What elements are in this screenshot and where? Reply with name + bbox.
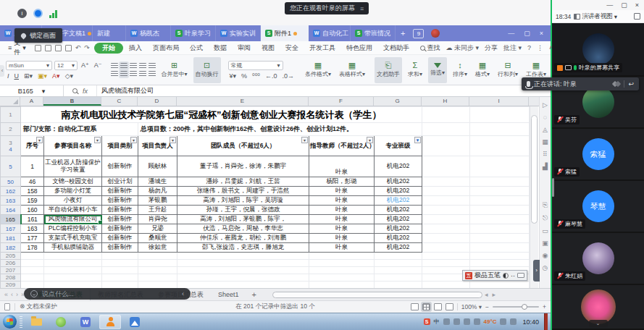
tray-ime-icon[interactable]: 中 [434, 318, 440, 326]
close-button[interactable]: × [540, 30, 543, 37]
filter-dropdown-icon[interactable]: ▾ [367, 137, 373, 143]
row-header[interactable]: 5 [1, 156, 21, 177]
taskbar-contacts-button[interactable] [99, 315, 121, 329]
row-header[interactable]: 163 [1, 196, 21, 206]
fx-icon[interactable]: fx [83, 88, 88, 95]
ime-toolbar[interactable]: 五 极品五笔 ·· [462, 270, 527, 281]
comma-style-icon[interactable]: ⁰⁰⁰ [251, 72, 262, 80]
align-center-icon[interactable] [120, 71, 127, 77]
cell-category[interactable]: 创新制作 [102, 156, 138, 177]
help-icon[interactable]: ? [527, 44, 531, 51]
row-header[interactable]: 50 [1, 177, 21, 187]
cell-teacher[interactable]: 叶泉 [309, 234, 375, 243]
sort-button[interactable]: ↕排序▾ [451, 57, 469, 83]
doc-tab[interactable]: W杨凯杰 [126, 25, 171, 41]
row-header[interactable]: 164 [1, 206, 21, 215]
record-tool-icon[interactable]: ◉ [543, 252, 548, 259]
tray-icon[interactable] [453, 318, 460, 325]
font-color-icon[interactable]: A▾ [51, 72, 62, 80]
minimize-button[interactable]: — [606, 1, 613, 9]
merge-center-button[interactable]: ⊞ 合并居中▾ [159, 57, 190, 83]
cell-no[interactable]: 177 [21, 234, 44, 243]
cell-members[interactable]: 高涛，刘旭阳，茅银鹏，陈宇， [177, 215, 309, 224]
cell-teacher[interactable]: 杨阳，彭璐 [309, 177, 375, 187]
comment-button[interactable]: 批注 ▾ [503, 43, 522, 53]
cell-no[interactable]: 46 [21, 177, 44, 187]
prev-sheet-icon[interactable]: ‹ [11, 291, 13, 298]
share-button[interactable]: 分享 [485, 43, 498, 53]
cell-leader[interactable]: 杨勿凡 [138, 187, 177, 196]
zoom-out-button[interactable]: − [485, 303, 489, 310]
col-header-f[interactable]: F [309, 97, 374, 106]
taskbar-browser-button[interactable] [50, 315, 72, 329]
filter-dropdown-icon[interactable]: ▾ [130, 137, 137, 143]
frame-tool-icon[interactable]: ▭ [542, 227, 548, 234]
sync-status[interactable]: ☁ 未同步 ▾ [446, 43, 479, 53]
filter-dropdown-icon[interactable]: ▾ [94, 137, 101, 143]
horizontal-scrollbar[interactable] [272, 292, 482, 298]
format-button[interactable]: ▦格式▾ [473, 57, 492, 83]
minimize-button[interactable]: — [508, 30, 514, 37]
ribbon-collapse-handle[interactable]: ‹ [0, 65, 4, 77]
reply-icon[interactable]: ↩ [628, 80, 634, 88]
warn-tool-icon[interactable]: ◬ [543, 126, 548, 133]
menu-tab-data[interactable]: 数据 [209, 43, 232, 54]
cell-project[interactable]: 多功能小灯笼 [44, 187, 102, 196]
cell-class[interactable]: 机电202 [375, 215, 422, 224]
cell-leader[interactable]: 顾献林 [138, 156, 177, 177]
more-icon[interactable]: ⋮ [537, 44, 543, 51]
cell-class[interactable]: 机电202 [375, 234, 422, 243]
tab-count-badge[interactable]: 9 [413, 29, 424, 38]
sheet-title-cell[interactable]: 南京机电职业技术学院第七届“冠盛杯”创新创意创业大赛报名统计表（学生） [21, 107, 422, 123]
menu-tab-developer[interactable]: 开发工具 [304, 43, 340, 54]
new-tab-button[interactable]: + [396, 25, 410, 41]
save-icon[interactable] [35, 45, 41, 51]
percent-icon[interactable]: % [240, 72, 248, 80]
cell-members[interactable]: 孙瑾，王宇，倪晨，张德政 [177, 206, 309, 215]
align-bottom-icon[interactable] [130, 63, 137, 69]
emoji-icon[interactable] [30, 290, 38, 297]
rows-cols-button[interactable]: ⊟行和列▾ [495, 57, 520, 83]
row-header[interactable]: 206 [1, 260, 21, 267]
clipboard-tool-icon[interactable]: ⎘ [543, 201, 548, 209]
row-header[interactable]: 182 [1, 243, 21, 253]
cell-teacher[interactable]: 叶泉 [309, 196, 375, 206]
history-tool-icon[interactable]: ◷ [543, 264, 548, 271]
align-right-icon[interactable] [130, 71, 137, 77]
increase-decimal-icon[interactable]: ←.0 [264, 72, 279, 80]
cell-class[interactable]: 机电202 [375, 224, 422, 234]
number-format-select[interactable]: 常规▾ [228, 61, 283, 70]
cell-class[interactable]: 机电202 [375, 177, 422, 187]
indent-decrease-icon[interactable] [139, 63, 146, 69]
cell-class[interactable]: 机电202 [375, 196, 422, 206]
formula-input[interactable]: 风虎物流有限公司 [97, 86, 551, 96]
cell-project[interactable]: 小夜灯 [44, 196, 102, 206]
indent-increase-icon[interactable] [149, 63, 156, 69]
cell-project[interactable]: 文锦--校园文创 [44, 177, 102, 187]
cell-class[interactable]: 机电202 [375, 206, 422, 215]
align-top-icon[interactable] [111, 63, 118, 69]
conditional-format-button[interactable]: ▦条件格式▾ [303, 57, 333, 83]
video-tile-screen-share[interactable]: 叶泉的屏幕共享 [552, 23, 644, 75]
table-tool-icon[interactable]: ▦ [542, 138, 548, 145]
col-header-i[interactable]: I [469, 97, 529, 106]
video-tile[interactable]: 琴慧 麻琴慧 [552, 181, 644, 232]
col-header-c[interactable]: C [101, 97, 138, 106]
col-header-g[interactable]: G [374, 97, 422, 106]
show-desktop-button[interactable] [544, 313, 548, 330]
add-sheet-button[interactable]: + [246, 290, 262, 299]
cell-no[interactable]: 158 [21, 187, 44, 196]
ime-punct-icon[interactable]: ·· [511, 272, 515, 279]
decrease-font-icon[interactable]: A⁻ [93, 62, 104, 69]
tray-icon[interactable] [443, 318, 450, 325]
filter-active-icon[interactable]: ▼ [414, 137, 421, 143]
cell-category[interactable]: 创新制作 [102, 206, 138, 215]
align-middle-icon[interactable] [120, 63, 127, 69]
align-left-icon[interactable] [111, 71, 118, 77]
col-header-a[interactable]: A [20, 97, 43, 106]
tray-wps-icon[interactable]: S [424, 318, 430, 325]
row-header[interactable]: 207 [1, 267, 21, 274]
menu-tab-view[interactable]: 视图 [256, 43, 280, 54]
menu-tab-review[interactable]: 审阅 [233, 43, 256, 54]
taskbar-app-button[interactable] [124, 315, 146, 329]
